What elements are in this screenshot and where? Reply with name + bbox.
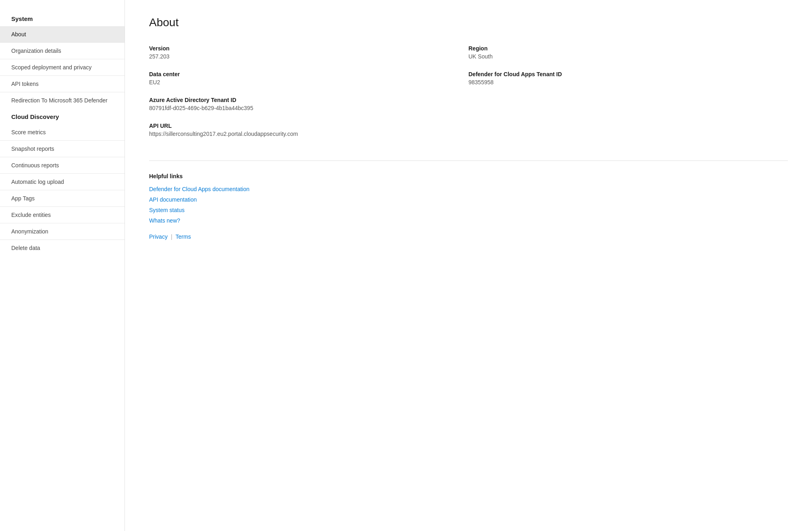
- data-center-value: EU2: [149, 79, 469, 85]
- helpful-links-title: Helpful links: [149, 173, 788, 179]
- aad-tenant-label: Azure Active Directory Tenant ID: [149, 97, 788, 103]
- page-title: About: [149, 16, 788, 29]
- docs-link[interactable]: Defender for Cloud Apps documentation: [149, 186, 788, 192]
- sidebar-item-api-tokens[interactable]: API tokens: [0, 76, 125, 92]
- version-value: 257.203: [149, 53, 469, 60]
- region-label: Region: [469, 45, 788, 52]
- api-docs-link[interactable]: API documentation: [149, 196, 788, 203]
- sidebar-item-exclude-entities[interactable]: Exclude entities: [0, 207, 125, 223]
- info-grid: Version 257.203 Region UK South Data cen…: [149, 45, 788, 148]
- api-url-label: API URL: [149, 123, 788, 129]
- sidebar-item-org-details[interactable]: Organization details: [0, 43, 125, 59]
- region-cell: Region UK South: [469, 45, 788, 60]
- sidebar: System AboutOrganization detailsScoped d…: [0, 0, 125, 531]
- sidebar-item-score-metrics[interactable]: Score metrics: [0, 124, 125, 141]
- aad-tenant-value: 80791fdf-d025-469c-b629-4b1ba44bc395: [149, 105, 788, 111]
- data-center-label: Data center: [149, 71, 469, 77]
- sidebar-item-about[interactable]: About: [0, 26, 125, 43]
- data-center-cell: Data center EU2: [149, 71, 469, 85]
- sidebar-item-anonymization[interactable]: Anonymization: [0, 223, 125, 240]
- version-label: Version: [149, 45, 469, 52]
- main-content: About Version 257.203 Region UK South Da…: [125, 0, 812, 531]
- system-section: System AboutOrganization detailsScoped d…: [0, 12, 125, 108]
- whats-new-link[interactable]: Whats new?: [149, 217, 788, 224]
- tenant-id-value: 98355958: [469, 79, 788, 85]
- tenant-id-label: Defender for Cloud Apps Tenant ID: [469, 71, 788, 77]
- version-cell: Version 257.203: [149, 45, 469, 60]
- helpful-links-list: Defender for Cloud Apps documentationAPI…: [149, 186, 788, 224]
- cloud-discovery-section-title: Cloud Discovery: [0, 110, 125, 124]
- section-divider: [149, 160, 788, 161]
- sidebar-item-app-tags[interactable]: App Tags: [0, 190, 125, 207]
- region-value: UK South: [469, 53, 788, 60]
- sidebar-item-delete-data[interactable]: Delete data: [0, 240, 125, 256]
- footer-links: Privacy | Terms: [149, 233, 788, 240]
- aad-tenant-cell: Azure Active Directory Tenant ID 80791fd…: [149, 97, 788, 111]
- privacy-link[interactable]: Privacy: [149, 233, 168, 240]
- sidebar-item-continuous-reports[interactable]: Continuous reports: [0, 157, 125, 174]
- footer-divider: |: [171, 233, 172, 240]
- cloud-discovery-section: Cloud Discovery Score metricsSnapshot re…: [0, 110, 125, 256]
- terms-link[interactable]: Terms: [176, 233, 191, 240]
- sidebar-item-snapshot-reports[interactable]: Snapshot reports: [0, 141, 125, 157]
- api-url-value: https://sillerconsulting2017.eu2.portal.…: [149, 131, 788, 137]
- system-section-title: System: [0, 12, 125, 26]
- api-url-cell: API URL https://sillerconsulting2017.eu2…: [149, 123, 788, 137]
- tenant-id-cell: Defender for Cloud Apps Tenant ID 983559…: [469, 71, 788, 85]
- sidebar-item-auto-log-upload[interactable]: Automatic log upload: [0, 174, 125, 190]
- system-status-link[interactable]: System status: [149, 207, 788, 213]
- sidebar-item-scoped-deployment[interactable]: Scoped deployment and privacy: [0, 59, 125, 76]
- sidebar-item-redirection[interactable]: Redirection To Microsoft 365 Defender: [0, 92, 125, 108]
